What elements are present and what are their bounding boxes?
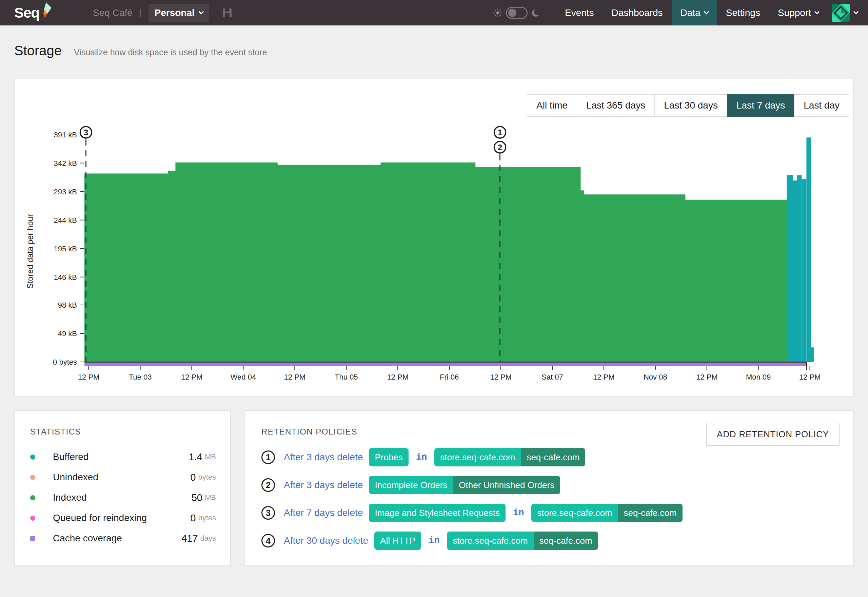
add-retention-policy-button[interactable]: ADD RETENTION POLICY: [706, 423, 840, 446]
page-header: Storage Visualize how disk space is used…: [0, 25, 868, 58]
policy-row: 4After 30 days deleteAll HTTPinstore.seq…: [261, 532, 839, 550]
svg-text:12 PM: 12 PM: [284, 373, 306, 381]
stat-row: Buffered1.4MB: [30, 447, 216, 467]
personal-dropdown[interactable]: Personal: [148, 4, 209, 22]
stat-unit: bytes: [198, 514, 216, 522]
stat-label: Cache coverage: [53, 533, 181, 544]
range-button-last-365-days[interactable]: Last 365 days: [577, 94, 655, 117]
policy-in-keyword: in: [416, 452, 427, 462]
policy-filter-badge[interactable]: Probes: [369, 448, 408, 466]
policy-filter-badge[interactable]: Incomplete Orders: [369, 476, 453, 494]
stat-row: Unindexed0bytes: [30, 467, 216, 487]
policy-signal-badge[interactable]: store.seq-cafe.com: [434, 448, 521, 466]
seq-logo-text: Seq: [14, 5, 39, 21]
buffered-bar: [801, 179, 806, 362]
svg-text:1: 1: [498, 128, 502, 137]
sun-icon: [493, 8, 502, 18]
nav-item-events[interactable]: Events: [556, 0, 603, 25]
stat-swatch-circle: [30, 475, 35, 480]
stat-row: Cache coverage417days: [30, 528, 216, 548]
svg-text:342 kB: 342 kB: [54, 159, 77, 168]
nav-item-label: Data: [680, 7, 701, 18]
policy-signal-badge[interactable]: seq-cafe.com: [534, 532, 598, 550]
policy-action-link[interactable]: After 3 days delete: [284, 480, 363, 490]
stat-row: Indexed50MB: [30, 487, 216, 508]
policy-signal-badge[interactable]: store.seq-cafe.com: [447, 532, 533, 550]
stat-swatch-circle: [30, 515, 35, 521]
policy-filter-badge[interactable]: Other Unfinished Orders: [453, 476, 560, 494]
policy-action-link[interactable]: After 30 days delete: [284, 535, 368, 546]
navbar: Seq Seq Café | Personal: [0, 0, 868, 25]
nav-item-dashboards[interactable]: Dashboards: [603, 0, 672, 25]
page-title: Storage: [14, 43, 62, 58]
policy-filter-badge[interactable]: All HTTP: [374, 532, 421, 550]
cache-coverage-band: [84, 363, 807, 366]
stat-swatch-square: [30, 536, 35, 541]
policy-signal-badge[interactable]: seq-cafe.com: [521, 448, 585, 466]
svg-text:146 kB: 146 kB: [54, 273, 77, 282]
svg-text:3: 3: [84, 128, 88, 137]
policy-rows: 1After 3 days deleteProbesinstore.seq-ca…: [261, 448, 839, 550]
policy-action-link[interactable]: After 7 days delete: [284, 508, 363, 518]
user-menu[interactable]: [828, 0, 868, 25]
stat-label: Unindexed: [53, 472, 190, 483]
statistics-rows: Buffered1.4MBUnindexed0bytesIndexed50MBQ…: [30, 447, 216, 548]
stat-label: Buffered: [53, 451, 189, 462]
range-button-last-7-days[interactable]: Last 7 days: [727, 94, 794, 117]
nav-item-data[interactable]: Data: [672, 0, 717, 25]
policy-row: 2After 3 days deleteIncomplete OrdersOth…: [261, 476, 839, 494]
policy-number-marker: 2: [261, 478, 275, 492]
nav-item-settings[interactable]: Settings: [717, 0, 769, 25]
svg-text:293 kB: 293 kB: [54, 187, 77, 196]
policy-filter-badge[interactable]: Image and Stylesheet Requests: [369, 504, 505, 522]
stat-value: 1.4: [189, 451, 202, 463]
svg-text:12 PM: 12 PM: [696, 373, 718, 381]
nav-item-label: Settings: [726, 7, 760, 18]
personal-dropdown-label: Personal: [155, 7, 195, 18]
policy-signal-badges: store.seq-cafe.comseq-cafe.com: [531, 504, 682, 522]
nav-item-label: Events: [565, 7, 594, 18]
svg-text:12 PM: 12 PM: [181, 373, 203, 381]
buffered-bar: [811, 348, 814, 362]
statistics-card: STATISTICS Buffered1.4MBUnindexed0bytesI…: [14, 410, 231, 566]
svg-text:Stored data per hour: Stored data per hour: [25, 214, 35, 289]
stat-row: Queued for reindexing0bytes: [30, 508, 216, 528]
svg-text:Mon 09: Mon 09: [746, 373, 771, 381]
range-button-last-30-days[interactable]: Last 30 days: [655, 94, 727, 117]
range-button-all-time[interactable]: All time: [527, 94, 577, 117]
workspace-cluster: Seq Café | Personal: [93, 0, 232, 25]
svg-text:Fri 06: Fri 06: [440, 373, 459, 381]
theme-cluster: [493, 0, 541, 25]
policy-signal-badge[interactable]: seq-cafe.com: [618, 504, 683, 522]
policy-row: 1After 3 days deleteProbesinstore.seq-ca…: [261, 448, 839, 466]
seq-logo[interactable]: Seq: [14, 0, 53, 25]
stat-label: Queued for reindexing: [53, 512, 190, 523]
policy-number-marker: 4: [261, 534, 275, 548]
retention-card: RETENTION POLICIES ADD RETENTION POLICY …: [245, 410, 854, 566]
stat-swatch-circle: [30, 495, 35, 500]
nav-item-label: Support: [778, 7, 811, 18]
svg-text:Tue 03: Tue 03: [129, 373, 152, 381]
svg-text:12 PM: 12 PM: [799, 373, 821, 381]
svg-text:2: 2: [498, 143, 502, 152]
storage-chart-card: All timeLast 365 daysLast 30 daysLast 7 …: [14, 79, 854, 396]
svg-text:12 PM: 12 PM: [387, 373, 409, 381]
nav-item-support[interactable]: Support: [769, 0, 828, 25]
buffered-bar: [797, 175, 802, 362]
svg-text:Wed 04: Wed 04: [231, 373, 256, 381]
svg-text:49 kB: 49 kB: [58, 330, 77, 338]
stat-swatch-circle: [30, 454, 35, 460]
chevron-down-icon: [704, 9, 709, 15]
theme-toggle-knob: [508, 9, 516, 17]
svg-text:12 PM: 12 PM: [490, 373, 512, 381]
theme-toggle[interactable]: [506, 7, 527, 19]
policy-number-marker: 3: [261, 506, 275, 520]
policy-action-link[interactable]: After 3 days delete: [284, 452, 363, 463]
policy-signal-badge[interactable]: store.seq-cafe.com: [531, 504, 618, 522]
range-button-last-day[interactable]: Last day: [794, 94, 849, 117]
svg-text:391 kB: 391 kB: [54, 131, 77, 139]
policy-filter-badges: Image and Stylesheet Requests: [369, 504, 505, 522]
save-view-icon[interactable]: [222, 8, 232, 18]
stat-value: 50: [191, 492, 202, 503]
buffered-bar: [787, 175, 793, 362]
